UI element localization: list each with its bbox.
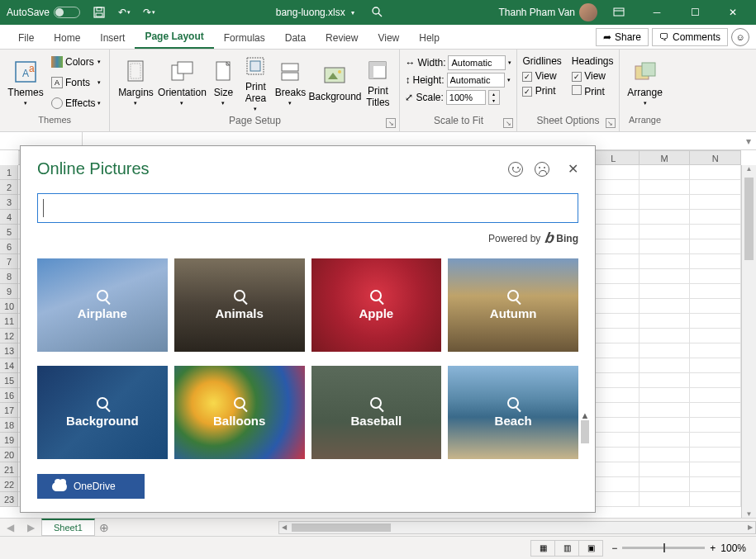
cell[interactable]: [690, 225, 741, 239]
maximize-icon[interactable]: ☐: [678, 1, 711, 24]
category-animals[interactable]: Animals: [174, 258, 305, 352]
cell[interactable]: [640, 433, 691, 448]
cell[interactable]: [588, 462, 640, 477]
row-header[interactable]: 21: [0, 462, 18, 477]
ribbon-display-options-icon[interactable]: [602, 1, 635, 24]
tab-file[interactable]: File: [8, 27, 44, 49]
cell[interactable]: [588, 388, 640, 403]
cell[interactable]: [640, 299, 691, 314]
user-account[interactable]: Thanh Pham Van: [498, 3, 597, 21]
tab-insert[interactable]: Insert: [90, 27, 135, 49]
undo-icon[interactable]: ↶▾: [113, 2, 135, 22]
row-header[interactable]: 8: [0, 269, 18, 284]
cell[interactable]: [588, 343, 640, 358]
autosave-toggle[interactable]: AutoSave: [7, 7, 80, 18]
row-header[interactable]: 22: [0, 477, 18, 492]
page-layout-view-icon[interactable]: ▥: [554, 540, 579, 557]
cell[interactable]: [588, 373, 640, 388]
category-background[interactable]: Background: [37, 366, 168, 459]
row-header[interactable]: 4: [0, 210, 18, 225]
scroll-up-icon[interactable]: ▲: [581, 410, 590, 420]
scale-input[interactable]: [446, 90, 486, 105]
row-header[interactable]: 2: [0, 180, 18, 195]
cell[interactable]: [690, 165, 741, 180]
row-header[interactable]: 17: [0, 403, 18, 418]
row-header[interactable]: 3: [0, 195, 18, 210]
comments-button[interactable]: 🗨Comments: [652, 28, 728, 46]
cell[interactable]: [588, 358, 640, 373]
cell[interactable]: [640, 210, 691, 225]
category-autumn[interactable]: Autumn: [448, 258, 578, 352]
col-header[interactable]: M: [640, 151, 691, 164]
category-baseball[interactable]: Baseball: [311, 366, 442, 459]
category-airplane[interactable]: Airplane: [37, 258, 168, 352]
onedrive-button[interactable]: OneDrive: [37, 474, 145, 499]
cell[interactable]: [690, 462, 741, 477]
cell[interactable]: [640, 314, 691, 329]
vertical-scrollbar[interactable]: [741, 165, 756, 518]
sheet-options-launcher-icon[interactable]: ↘: [606, 118, 616, 128]
row-header[interactable]: 13: [0, 343, 18, 358]
cell[interactable]: [588, 492, 640, 507]
zoom-out-icon[interactable]: −: [611, 542, 617, 554]
category-balloons[interactable]: Balloons: [174, 366, 305, 459]
cell[interactable]: [640, 462, 691, 477]
tab-formulas[interactable]: Formulas: [214, 27, 275, 49]
dialog-scrollbar[interactable]: ▲ ▼: [578, 410, 592, 559]
cell[interactable]: [690, 299, 741, 314]
tab-review[interactable]: Review: [316, 27, 368, 49]
row-header[interactable]: 10: [0, 299, 18, 314]
search-icon[interactable]: [371, 6, 383, 20]
tab-view[interactable]: View: [368, 27, 409, 49]
cell[interactable]: [588, 477, 640, 492]
save-icon[interactable]: [88, 2, 110, 22]
toggle-icon[interactable]: [54, 7, 80, 18]
cell[interactable]: [640, 195, 691, 210]
cell[interactable]: [588, 403, 640, 418]
arrange-button[interactable]: Arrange▾: [625, 53, 666, 112]
redo-icon[interactable]: ↷▾: [138, 2, 159, 22]
row-header[interactable]: 5: [0, 225, 18, 239]
orientation-button[interactable]: Orientation▾: [156, 53, 207, 112]
headings-view-checkbox[interactable]: ✓ View: [572, 70, 614, 82]
cell[interactable]: [640, 225, 691, 239]
cell[interactable]: [588, 225, 640, 239]
row-header[interactable]: 14: [0, 358, 18, 373]
share-button[interactable]: ➦Share: [596, 28, 649, 46]
margins-button[interactable]: Margins▾: [115, 53, 156, 112]
cell[interactable]: [690, 373, 741, 388]
cell[interactable]: [690, 343, 741, 358]
cell[interactable]: [690, 418, 741, 433]
cell[interactable]: [690, 448, 741, 462]
background-button[interactable]: Background: [308, 53, 361, 112]
fonts-button[interactable]: AFonts▾: [48, 73, 104, 92]
row-header[interactable]: 18: [0, 418, 18, 433]
row-header[interactable]: 20: [0, 448, 18, 462]
cell[interactable]: [690, 210, 741, 225]
add-sheet-icon[interactable]: ⊕: [95, 521, 113, 534]
row-header[interactable]: 19: [0, 433, 18, 448]
cell[interactable]: [690, 358, 741, 373]
horizontal-scrollbar[interactable]: [278, 521, 756, 534]
cell[interactable]: [690, 269, 741, 284]
cell[interactable]: [690, 254, 741, 269]
cell[interactable]: [588, 433, 640, 448]
cell[interactable]: [588, 239, 640, 254]
cell[interactable]: [690, 477, 741, 492]
cell[interactable]: [640, 254, 691, 269]
cell[interactable]: [640, 418, 691, 433]
row-header[interactable]: 16: [0, 388, 18, 403]
cell[interactable]: [640, 180, 691, 195]
tab-data[interactable]: Data: [275, 27, 316, 49]
cell[interactable]: [588, 448, 640, 462]
tab-home[interactable]: Home: [44, 27, 90, 49]
cell[interactable]: [690, 329, 741, 343]
normal-view-icon[interactable]: ▦: [530, 540, 555, 557]
cell[interactable]: [640, 403, 691, 418]
print-area-button[interactable]: Print Area▾: [239, 53, 272, 112]
row-header[interactable]: 9: [0, 284, 18, 299]
cell[interactable]: [690, 195, 741, 210]
cell[interactable]: [640, 358, 691, 373]
cell[interactable]: [690, 239, 741, 254]
cell[interactable]: [640, 329, 691, 343]
